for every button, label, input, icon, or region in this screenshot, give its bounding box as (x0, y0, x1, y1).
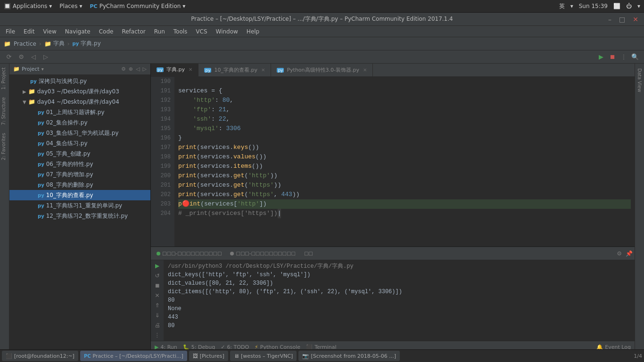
taskbar-pictures[interactable]: 🖼 [Pictures] (189, 351, 228, 361)
content-area: 1: Project 7: Structure 2: Favorites 📁 P… (0, 64, 644, 353)
py-file-icon: py (30, 79, 37, 84)
run-more-btn[interactable]: ⋮ (153, 331, 162, 339)
project-header-arrow: ▾ (41, 66, 44, 72)
collapse-button[interactable]: ◁ (28, 52, 39, 62)
run-settings-icon[interactable]: ⚙ (617, 250, 622, 257)
breadcrumb-folder[interactable]: 📁 字典 (44, 40, 65, 48)
run-pin-icon[interactable]: 📌 (626, 250, 633, 257)
tab-close-2[interactable]: ✕ (261, 67, 265, 73)
run-scroll-top-btn[interactable]: ⇑ (153, 302, 162, 310)
applications-menu[interactable]: 🔲 Applications ▾ (4, 3, 52, 9)
tab-decorator[interactable]: py Python高级特性3.0-装饰器.py ✕ (271, 64, 373, 76)
run-scroll-end-btn[interactable]: ⇓ (153, 311, 162, 319)
run-play-btn[interactable]: ▶ (153, 262, 162, 270)
run-stop-btn[interactable]: ⏹ (153, 282, 162, 290)
run-tab-3[interactable]: □□ (300, 250, 317, 257)
tree-item-05[interactable]: py 05_字典_创建.py (9, 148, 150, 159)
settings-button[interactable]: ⚙ (16, 52, 26, 62)
title-bar: Practice – [~/Desktop/LSY/Practice] – ..… (0, 13, 644, 26)
line-numbers: 190 191 192 193 194 195 196 197 198 199 … (151, 77, 174, 247)
menu-file[interactable]: File (2, 27, 19, 36)
run-print-btn[interactable]: 🖨 (153, 321, 162, 329)
more-button[interactable]: ⋮ (619, 52, 629, 62)
close-button[interactable]: ✕ (631, 16, 640, 23)
tree-item-04[interactable]: py 04_集合练习.py (9, 138, 150, 148)
run-rerun-btn[interactable]: ↺ (153, 272, 162, 280)
breadcrumb-file[interactable]: py 字典.py (73, 40, 101, 48)
tree-item-02[interactable]: py 02_集合操作.py (9, 117, 150, 128)
stop-button[interactable]: ⏹ (607, 52, 618, 62)
taskbar-pycharm[interactable]: PC Practice – [~/Desktop/LSY/Practi...] (80, 351, 187, 361)
panel-tool-4[interactable]: ▷ (143, 66, 147, 72)
breadcrumb-project[interactable]: Practice (14, 41, 36, 47)
tree-item-03[interactable]: py 03_集合练习_华为机试题.py (9, 128, 150, 138)
menu-refactor[interactable]: Refactor (118, 27, 149, 36)
run-line-7: 80 (168, 321, 631, 330)
project-panel-header: 📁 Project ▾ ⚙ ⊕ ◁ ▷ (9, 64, 150, 75)
maximize-button[interactable]: □ (617, 16, 627, 23)
project-tree: py 深拷贝与浅拷贝.py ▶ 📁 day03 ~/Desktop/课件/day… (9, 75, 150, 353)
menu-view[interactable]: View (39, 27, 60, 36)
code-editor[interactable]: 190 191 192 193 194 195 196 197 198 199 … (151, 77, 635, 247)
tree-item-01[interactable]: py 01_上周练习题讲解.py (9, 107, 150, 117)
synchronize-button[interactable]: ⟳ (4, 52, 14, 62)
tree-item-day04[interactable]: ▼ 📁 day04 ~/Desktop/课件/day04 (9, 97, 150, 107)
run-line-2: dict_values([80, 21, 22, 3306]) (168, 279, 631, 288)
expand-button[interactable]: ▷ (41, 52, 51, 62)
taskbar-vnc[interactable]: 🖥 [westos – TigerVNC] (230, 351, 297, 361)
left-sidebar: 1: Project 7: Structure 2: Favorites (0, 64, 9, 353)
tree-item-11[interactable]: py 11_字典练习1_重复的单词.py (9, 200, 150, 211)
power-icon[interactable]: ⏻ (626, 3, 632, 9)
window-controls: – □ ✕ (606, 16, 640, 23)
code-line-191: services = { (178, 86, 631, 96)
menu-vcs[interactable]: VCS (192, 27, 211, 36)
minimize-button[interactable]: – (606, 16, 613, 23)
language-indicator[interactable]: 英 (559, 2, 565, 10)
pycharm-menu[interactable]: PC PyCharm Community Edition ▾ (90, 3, 186, 9)
menu-run[interactable]: Run (150, 27, 169, 36)
py-icon-01: py (38, 110, 44, 115)
tree-item-shallowcopy[interactable]: py 深拷贝与浅拷贝.py (9, 76, 150, 86)
panel-tool-1[interactable]: ⚙ (121, 66, 126, 72)
py-icon-04: py (38, 141, 44, 146)
menu-window[interactable]: Window (212, 27, 242, 36)
code-line-198: print(services.values()) (178, 152, 631, 162)
menu-navigate[interactable]: Navigate (61, 27, 94, 36)
sidebar-project-label[interactable]: 1: Project (0, 64, 9, 93)
menu-edit[interactable]: Edit (20, 27, 38, 36)
folder-icon-day03: 📁 (28, 88, 35, 95)
panel-tool-3[interactable]: ◁ (136, 66, 140, 72)
tree-item-08[interactable]: py 08_字典的删除.py (9, 180, 150, 190)
menu-code[interactable]: Code (95, 27, 117, 36)
menu-help[interactable]: Help (243, 27, 263, 36)
sidebar-favorites-label[interactable]: 2: Favorites (0, 129, 9, 164)
run-tab-1[interactable]: □□□-□□□□□□□□□□ (153, 250, 225, 257)
code-line-203: p🔴int(services['http']) (178, 199, 631, 209)
tree-item-10[interactable]: py 10_字典的查看.py (9, 190, 150, 200)
py-icon-11: py (38, 203, 44, 208)
sidebar-data-view[interactable]: Data View (637, 66, 642, 95)
tab-close-1[interactable]: ✕ (189, 67, 192, 72)
tree-item-day03[interactable]: ▶ 📁 day03 ~/Desktop/课件/day03 (9, 86, 150, 97)
tab-chakan[interactable]: py 10_字典的查看.py ✕ (198, 64, 271, 76)
code-content[interactable]: services = { 'http': 80, 'ftp': 21, 'ssh… (174, 77, 635, 247)
run-close-btn[interactable]: ✕ (153, 292, 162, 300)
tree-item-06[interactable]: py 06_字典的特性.py (9, 159, 150, 169)
tree-item-12[interactable]: py 12_字典练习2_数字重复统计.py (9, 211, 150, 221)
run-tab-2[interactable]: □□□-□□□□□□□□□□ (226, 250, 299, 257)
run-button[interactable]: ▶ (596, 52, 606, 62)
tab-zidian[interactable]: py 字典.py ✕ (151, 64, 198, 76)
run-dot-1 (157, 252, 160, 255)
folder-icon: 📁 (44, 41, 51, 47)
tree-item-07[interactable]: py 07_字典的增加.py (9, 169, 150, 180)
taskbar-screenshot[interactable]: 📷 [Screenshot from 2018-05-06 ...] (298, 351, 400, 361)
taskbar-terminal[interactable]: ⬛ [root@foundation12:~] (2, 351, 78, 361)
search-everywhere-button[interactable]: 🔍 (630, 52, 640, 62)
menu-tools[interactable]: Tools (170, 27, 191, 36)
tab-close-3[interactable]: ✕ (363, 67, 367, 73)
places-menu[interactable]: Places ▾ (59, 3, 82, 9)
run-line-3: dict_items([('http', 80), ('ftp', 21), (… (168, 288, 631, 296)
sidebar-structure-label[interactable]: 7: Structure (0, 93, 9, 129)
arrow-right: ▶ (23, 89, 26, 94)
panel-tool-2[interactable]: ⊕ (129, 66, 133, 72)
